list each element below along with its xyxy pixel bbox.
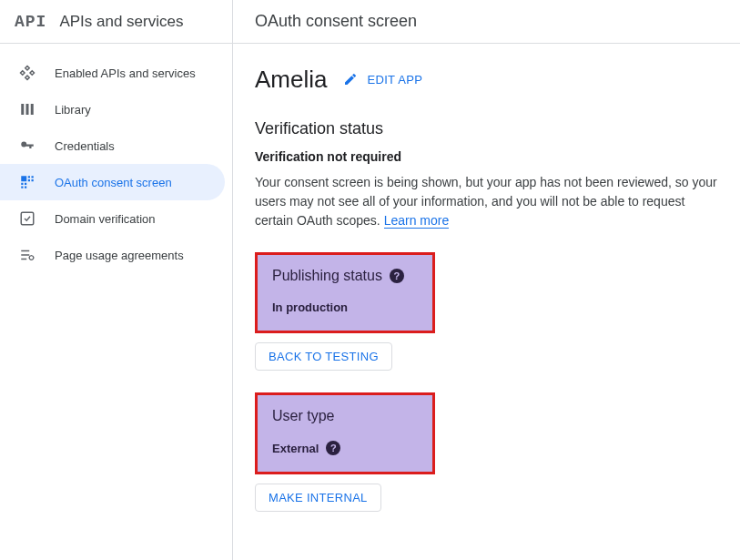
main-panel: OAuth consent screen Amelia EDIT APP Ver… [233, 0, 740, 560]
svg-rect-3 [21, 176, 26, 181]
user-type-section: User type External ? MAKE INTERNAL [255, 392, 718, 512]
svg-rect-14 [21, 254, 29, 256]
svg-rect-2 [31, 104, 34, 115]
sidebar-item-enabled-apis[interactable]: Enabled APIs and services [0, 55, 225, 91]
make-internal-button[interactable]: MAKE INTERNAL [255, 484, 381, 512]
sidebar-item-label: Credentials [55, 139, 115, 153]
svg-rect-1 [26, 104, 29, 115]
settings-list-icon [16, 244, 38, 266]
sidebar-nav: Enabled APIs and services Library Creden… [0, 44, 232, 273]
user-type-heading: User type [272, 408, 418, 424]
sidebar-item-label: Enabled APIs and services [55, 66, 196, 80]
back-to-testing-button[interactable]: BACK TO TESTING [255, 342, 392, 371]
edit-app-label: EDIT APP [367, 73, 422, 87]
library-icon [16, 98, 38, 120]
publishing-heading: Publishing status ? [272, 268, 418, 284]
key-icon [16, 135, 38, 157]
sidebar-item-page-usage[interactable]: Page usage agreements [0, 237, 225, 273]
sidebar-item-credentials[interactable]: Credentials [0, 127, 225, 164]
user-type-value: External ? [272, 441, 418, 455]
sidebar-header: API APIs and services [0, 0, 232, 44]
sidebar-item-label: Page usage agreements [55, 249, 184, 262]
publishing-highlight: Publishing status ? In production [255, 252, 435, 333]
sidebar-item-oauth-consent[interactable]: OAuth consent screen [0, 164, 225, 200]
svg-rect-12 [21, 212, 34, 225]
sidebar-item-label: OAuth consent screen [55, 176, 172, 189]
svg-rect-4 [28, 176, 30, 178]
help-icon[interactable]: ? [390, 269, 404, 283]
app-name: Amelia [255, 66, 327, 94]
svg-rect-5 [32, 176, 34, 178]
diamond-icon [16, 62, 38, 84]
sidebar-item-domain-verification[interactable]: Domain verification [0, 200, 225, 237]
publishing-section: Publishing status ? In production BACK T… [255, 252, 718, 371]
sidebar: API APIs and services Enabled APIs and s… [0, 0, 233, 560]
help-icon[interactable]: ? [326, 441, 340, 455]
learn-more-link[interactable]: Learn more [384, 213, 450, 229]
sidebar-item-library[interactable]: Library [0, 91, 225, 127]
verification-section: Verification status Verification not req… [255, 119, 718, 230]
checkbox-icon [16, 208, 38, 229]
svg-rect-11 [25, 187, 26, 188]
sidebar-item-label: Domain verification [55, 212, 156, 226]
svg-rect-0 [21, 104, 24, 115]
svg-rect-9 [25, 183, 26, 185]
svg-rect-7 [32, 179, 34, 181]
svg-rect-13 [21, 250, 29, 252]
consent-icon [16, 171, 38, 193]
verification-body: Your consent screen is being shown, but … [255, 173, 718, 230]
page-title: OAuth consent screen [233, 0, 740, 44]
pencil-icon [343, 72, 360, 88]
svg-rect-10 [21, 187, 23, 188]
verification-heading: Verification status [255, 119, 718, 138]
user-type-highlight: User type External ? [255, 392, 435, 474]
svg-rect-8 [21, 183, 23, 185]
svg-rect-15 [21, 259, 26, 260]
edit-app-link[interactable]: EDIT APP [343, 72, 422, 88]
verification-subheading: Verification not required [255, 149, 718, 164]
svg-point-16 [29, 256, 34, 260]
sidebar-title: APIs and services [59, 13, 183, 31]
svg-rect-6 [28, 179, 30, 181]
api-logo: API [15, 13, 46, 31]
publishing-value: In production [272, 300, 418, 314]
sidebar-item-label: Library [55, 103, 91, 117]
